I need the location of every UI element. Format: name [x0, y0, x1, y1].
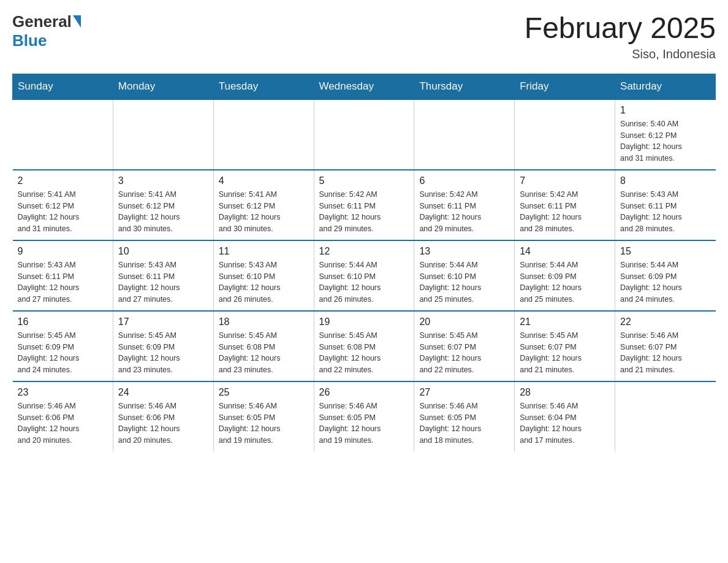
day-info: Sunrise: 5:43 AM Sunset: 6:11 PM Dayligh…	[118, 259, 208, 305]
day-number: 9	[18, 246, 108, 257]
calendar-week-row: 23Sunrise: 5:46 AM Sunset: 6:06 PM Dayli…	[13, 381, 716, 451]
day-info: Sunrise: 5:44 AM Sunset: 6:10 PM Dayligh…	[419, 259, 509, 305]
day-number: 6	[419, 175, 509, 186]
month-year-title: February 2025	[525, 12, 716, 45]
day-info: Sunrise: 5:43 AM Sunset: 6:11 PM Dayligh…	[18, 259, 108, 305]
calendar-cell: 14Sunrise: 5:44 AM Sunset: 6:09 PM Dayli…	[515, 240, 615, 311]
calendar-cell: 28Sunrise: 5:46 AM Sunset: 6:04 PM Dayli…	[515, 381, 615, 451]
calendar-cell: 11Sunrise: 5:43 AM Sunset: 6:10 PM Dayli…	[213, 240, 314, 311]
calendar-cell: 3Sunrise: 5:41 AM Sunset: 6:12 PM Daylig…	[113, 170, 213, 240]
calendar-cell: 2Sunrise: 5:41 AM Sunset: 6:12 PM Daylig…	[13, 170, 113, 240]
day-info: Sunrise: 5:42 AM Sunset: 6:11 PM Dayligh…	[520, 189, 610, 235]
calendar-cell: 19Sunrise: 5:45 AM Sunset: 6:08 PM Dayli…	[314, 311, 414, 381]
calendar-cell: 18Sunrise: 5:45 AM Sunset: 6:08 PM Dayli…	[213, 311, 314, 381]
logo-blue-text: Blue	[12, 31, 47, 50]
day-info: Sunrise: 5:41 AM Sunset: 6:12 PM Dayligh…	[118, 189, 208, 235]
calendar-cell: 22Sunrise: 5:46 AM Sunset: 6:07 PM Dayli…	[615, 311, 716, 381]
day-number: 26	[319, 387, 409, 398]
day-info: Sunrise: 5:46 AM Sunset: 6:04 PM Dayligh…	[520, 400, 610, 446]
calendar-cell: 9Sunrise: 5:43 AM Sunset: 6:11 PM Daylig…	[13, 240, 113, 311]
day-number: 25	[219, 387, 309, 398]
calendar-week-row: 1Sunrise: 5:40 AM Sunset: 6:12 PM Daylig…	[13, 99, 716, 170]
day-info: Sunrise: 5:45 AM Sunset: 6:09 PM Dayligh…	[118, 330, 208, 376]
calendar-cell	[314, 99, 414, 170]
day-number: 14	[520, 246, 610, 257]
header-sunday: Sunday	[13, 74, 113, 99]
day-info: Sunrise: 5:46 AM Sunset: 6:06 PM Dayligh…	[118, 400, 208, 446]
page-header: General Blue February 2025 Siso, Indones…	[12, 12, 716, 61]
day-info: Sunrise: 5:42 AM Sunset: 6:11 PM Dayligh…	[419, 189, 509, 235]
header-friday: Friday	[515, 74, 615, 99]
day-number: 28	[520, 387, 610, 398]
day-info: Sunrise: 5:42 AM Sunset: 6:11 PM Dayligh…	[319, 189, 409, 235]
day-number: 3	[118, 175, 208, 186]
header-wednesday: Wednesday	[314, 74, 414, 99]
day-number: 7	[520, 175, 610, 186]
day-number: 10	[118, 246, 208, 257]
day-info: Sunrise: 5:43 AM Sunset: 6:11 PM Dayligh…	[620, 189, 710, 235]
calendar-cell: 27Sunrise: 5:46 AM Sunset: 6:05 PM Dayli…	[414, 381, 515, 451]
calendar-cell: 12Sunrise: 5:44 AM Sunset: 6:10 PM Dayli…	[314, 240, 414, 311]
calendar-cell: 24Sunrise: 5:46 AM Sunset: 6:06 PM Dayli…	[113, 381, 213, 451]
day-number: 8	[620, 175, 710, 186]
calendar-week-row: 2Sunrise: 5:41 AM Sunset: 6:12 PM Daylig…	[13, 170, 716, 240]
calendar-week-row: 16Sunrise: 5:45 AM Sunset: 6:09 PM Dayli…	[13, 311, 716, 381]
logo-general-text: General	[12, 12, 72, 31]
day-info: Sunrise: 5:46 AM Sunset: 6:05 PM Dayligh…	[419, 400, 509, 446]
calendar-week-row: 9Sunrise: 5:43 AM Sunset: 6:11 PM Daylig…	[13, 240, 716, 311]
calendar-cell: 7Sunrise: 5:42 AM Sunset: 6:11 PM Daylig…	[515, 170, 615, 240]
calendar-cell: 10Sunrise: 5:43 AM Sunset: 6:11 PM Dayli…	[113, 240, 213, 311]
day-number: 15	[620, 246, 710, 257]
day-info: Sunrise: 5:46 AM Sunset: 6:05 PM Dayligh…	[219, 400, 309, 446]
calendar-cell	[615, 381, 716, 451]
header-monday: Monday	[113, 74, 213, 99]
day-number: 2	[18, 175, 108, 186]
day-number: 13	[419, 246, 509, 257]
day-info: Sunrise: 5:46 AM Sunset: 6:06 PM Dayligh…	[18, 400, 108, 446]
location-title: Siso, Indonesia	[525, 47, 716, 61]
calendar-cell	[414, 99, 515, 170]
day-number: 11	[219, 246, 309, 257]
calendar-cell: 26Sunrise: 5:46 AM Sunset: 6:05 PM Dayli…	[314, 381, 414, 451]
day-info: Sunrise: 5:46 AM Sunset: 6:05 PM Dayligh…	[319, 400, 409, 446]
day-number: 27	[419, 387, 509, 398]
calendar-cell	[113, 99, 213, 170]
day-number: 22	[620, 316, 710, 327]
day-info: Sunrise: 5:45 AM Sunset: 6:07 PM Dayligh…	[419, 330, 509, 376]
calendar-cell: 5Sunrise: 5:42 AM Sunset: 6:11 PM Daylig…	[314, 170, 414, 240]
day-number: 19	[319, 316, 409, 327]
day-number: 21	[520, 316, 610, 327]
calendar-cell	[13, 99, 113, 170]
calendar-cell: 13Sunrise: 5:44 AM Sunset: 6:10 PM Dayli…	[414, 240, 515, 311]
day-number: 23	[18, 387, 108, 398]
calendar-cell	[213, 99, 314, 170]
day-info: Sunrise: 5:46 AM Sunset: 6:07 PM Dayligh…	[620, 330, 710, 376]
day-info: Sunrise: 5:40 AM Sunset: 6:12 PM Dayligh…	[620, 118, 710, 164]
calendar-cell: 21Sunrise: 5:45 AM Sunset: 6:07 PM Dayli…	[515, 311, 615, 381]
day-info: Sunrise: 5:41 AM Sunset: 6:12 PM Dayligh…	[18, 189, 108, 235]
calendar-cell: 15Sunrise: 5:44 AM Sunset: 6:09 PM Dayli…	[615, 240, 716, 311]
day-number: 16	[18, 316, 108, 327]
calendar-header-row: SundayMondayTuesdayWednesdayThursdayFrid…	[13, 74, 716, 99]
day-info: Sunrise: 5:45 AM Sunset: 6:09 PM Dayligh…	[18, 330, 108, 376]
day-info: Sunrise: 5:44 AM Sunset: 6:09 PM Dayligh…	[520, 259, 610, 305]
calendar-cell: 6Sunrise: 5:42 AM Sunset: 6:11 PM Daylig…	[414, 170, 515, 240]
calendar-cell: 17Sunrise: 5:45 AM Sunset: 6:09 PM Dayli…	[113, 311, 213, 381]
day-number: 4	[219, 175, 309, 186]
calendar-table: SundayMondayTuesdayWednesdayThursdayFrid…	[12, 74, 716, 451]
calendar-cell: 25Sunrise: 5:46 AM Sunset: 6:05 PM Dayli…	[213, 381, 314, 451]
header-saturday: Saturday	[615, 74, 716, 99]
calendar-cell: 16Sunrise: 5:45 AM Sunset: 6:09 PM Dayli…	[13, 311, 113, 381]
day-number: 1	[620, 105, 710, 116]
calendar-cell: 23Sunrise: 5:46 AM Sunset: 6:06 PM Dayli…	[13, 381, 113, 451]
calendar-cell	[515, 99, 615, 170]
calendar-cell: 8Sunrise: 5:43 AM Sunset: 6:11 PM Daylig…	[615, 170, 716, 240]
logo: General Blue	[12, 12, 81, 50]
day-info: Sunrise: 5:44 AM Sunset: 6:09 PM Dayligh…	[620, 259, 710, 305]
calendar-title: February 2025 Siso, Indonesia	[525, 12, 716, 61]
day-number: 24	[118, 387, 208, 398]
day-info: Sunrise: 5:45 AM Sunset: 6:08 PM Dayligh…	[319, 330, 409, 376]
calendar-cell: 20Sunrise: 5:45 AM Sunset: 6:07 PM Dayli…	[414, 311, 515, 381]
day-number: 20	[419, 316, 509, 327]
calendar-cell: 4Sunrise: 5:41 AM Sunset: 6:12 PM Daylig…	[213, 170, 314, 240]
